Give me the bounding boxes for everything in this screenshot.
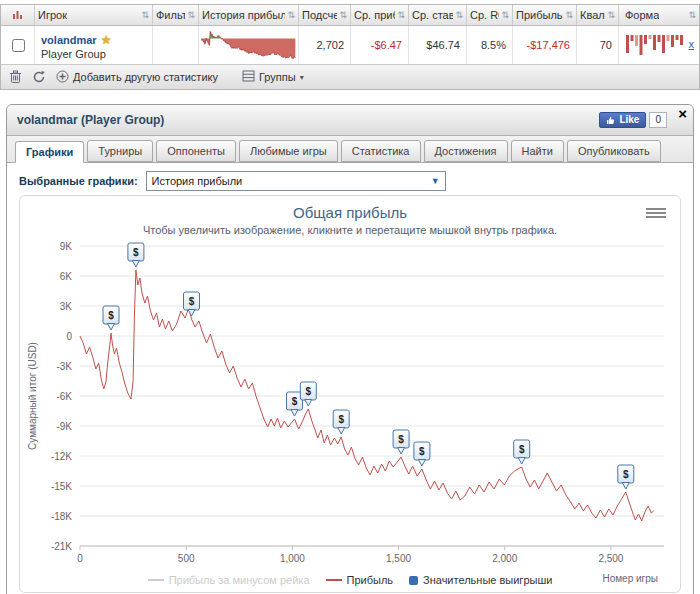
sort-icon: ⇅ bbox=[686, 10, 696, 20]
player-link[interactable]: volandmar bbox=[41, 34, 97, 46]
column-header-4[interactable]: Подсчет⇅ bbox=[299, 5, 351, 25]
count-cell: 2,702 bbox=[299, 26, 351, 64]
column-header-2[interactable]: Фильтр⇅ bbox=[153, 5, 199, 25]
tabs-bar: ГрафикиТурнирыОппонентыЛюбимые игрыСтати… bbox=[7, 136, 693, 163]
svg-text:1,500: 1,500 bbox=[386, 553, 411, 564]
column-header-6[interactable]: Ср. ставка⇅ bbox=[409, 5, 467, 25]
legend-item-3[interactable]: Значительные выигрыши bbox=[409, 574, 552, 586]
avg-roi-cell: 8.5% bbox=[467, 26, 513, 64]
page: Игрок⇅Фильтр⇅История прибыли⇅Подсчет⇅Ср.… bbox=[0, 4, 700, 594]
column-header-8[interactable]: Прибыль⇅ bbox=[513, 5, 577, 25]
svg-text:500: 500 bbox=[178, 553, 195, 564]
sort-icon: ⇅ bbox=[139, 10, 149, 20]
legend-item-1[interactable]: Прибыль за минусом рейка bbox=[148, 574, 310, 586]
svg-text:6K: 6K bbox=[60, 271, 73, 282]
tab-2[interactable]: Турниры bbox=[87, 140, 153, 162]
chart-menu-icon[interactable] bbox=[646, 206, 666, 220]
column-header-label: Ср. ROI bbox=[470, 9, 499, 21]
svg-text:$: $ bbox=[189, 296, 195, 307]
chart-select-label: Выбранные графики: bbox=[19, 175, 138, 187]
groups-label: Группы bbox=[259, 71, 296, 83]
column-header-9[interactable]: Квалиф⇅ bbox=[577, 5, 619, 25]
groups-icon bbox=[242, 70, 255, 84]
legend-line-swatch bbox=[326, 579, 342, 581]
panel-header: volandmar (Player Group) Like 0 bbox=[7, 105, 693, 136]
column-header-label: Прибыль bbox=[516, 9, 563, 21]
panel-content: Выбранные графики: История прибыли ▼ Общ… bbox=[7, 163, 693, 593]
tab-8[interactable]: Опубликовать bbox=[567, 140, 661, 162]
column-header-10[interactable]: Форма⇅ bbox=[619, 5, 699, 25]
caret-down-icon: ▾ bbox=[300, 73, 304, 82]
column-header-label: Ср. ставка bbox=[412, 9, 453, 21]
tab-3[interactable]: Оппоненты bbox=[156, 140, 236, 162]
close-icon[interactable]: × bbox=[678, 106, 687, 121]
svg-text:$: $ bbox=[133, 247, 139, 258]
sort-icon: ⇅ bbox=[605, 10, 615, 20]
legend-line-swatch bbox=[148, 579, 164, 581]
table-toolbar: Добавить другую статистику Группы ▾ bbox=[1, 64, 699, 89]
refresh-icon[interactable] bbox=[32, 70, 46, 84]
sort-icon: ⇅ bbox=[337, 10, 347, 20]
chart-footer: Прибыль за минусом рейкаПрибыльЗначитель… bbox=[24, 570, 676, 590]
like-count: 0 bbox=[649, 112, 667, 128]
table-header-row: Игрок⇅Фильтр⇅История прибыли⇅Подсчет⇅Ср.… bbox=[1, 5, 699, 26]
row-checkbox[interactable] bbox=[12, 39, 25, 52]
add-statistic-label: Добавить другую статистику bbox=[73, 71, 218, 83]
svg-text:0: 0 bbox=[77, 553, 83, 564]
svg-text:9K: 9K bbox=[60, 241, 73, 252]
profit-history-cell bbox=[199, 26, 299, 64]
star-icon: ★ bbox=[101, 34, 112, 46]
column-header-5[interactable]: Ср. прибыль⇅ bbox=[351, 5, 409, 25]
column-header-label: Квалиф bbox=[580, 9, 605, 21]
chart-subtitle: Чтобы увеличить изображение, кликните и … bbox=[24, 224, 676, 236]
tab-1[interactable]: Графики bbox=[15, 141, 84, 163]
column-header-label: Форма bbox=[625, 9, 659, 21]
panel-title: volandmar (Player Group) bbox=[17, 113, 164, 127]
svg-text:$: $ bbox=[419, 446, 425, 457]
chart-title: Общая прибыль bbox=[24, 204, 676, 221]
tab-5[interactable]: Статистика bbox=[341, 140, 421, 162]
column-header-7[interactable]: Ср. ROI⇅ bbox=[467, 5, 513, 25]
facebook-widget: Like 0 bbox=[599, 112, 667, 128]
player-panel: × volandmar (Player Group) Like 0 График… bbox=[6, 104, 694, 594]
add-icon bbox=[56, 70, 69, 85]
chart-container: Общая прибыль Чтобы увеличить изображени… bbox=[19, 195, 681, 593]
svg-text:$: $ bbox=[292, 396, 298, 407]
trash-icon[interactable] bbox=[9, 70, 22, 84]
chart-legend: Прибыль за минусом рейкаПрибыльЗначитель… bbox=[24, 570, 676, 590]
remove-player-link[interactable]: x bbox=[689, 38, 695, 50]
tab-7[interactable]: Найти bbox=[511, 140, 564, 162]
player-group-label: Player Group bbox=[41, 48, 111, 60]
tab-4[interactable]: Любимые игры bbox=[239, 140, 338, 162]
sort-icon: ⇅ bbox=[563, 10, 573, 20]
legend-item-label: Значительные выигрыши bbox=[423, 574, 552, 586]
column-header-label: Подсчет bbox=[302, 9, 337, 21]
filter-cell bbox=[153, 26, 199, 64]
legend-marker-swatch bbox=[409, 576, 418, 585]
legend-item-label: Прибыль за минусом рейка bbox=[169, 574, 310, 586]
profit-cell: -$17,476 bbox=[513, 26, 577, 64]
svg-text:-9K: -9K bbox=[56, 421, 72, 432]
svg-text:$: $ bbox=[306, 386, 312, 397]
sort-icon: ⇅ bbox=[185, 10, 195, 20]
player-stats-table: Игрок⇅Фильтр⇅История прибыли⇅Подсчет⇅Ср.… bbox=[0, 4, 700, 90]
legend-item-2[interactable]: Прибыль bbox=[326, 574, 394, 586]
form-cell: x bbox=[619, 26, 699, 64]
legend-item-label: Прибыль bbox=[347, 574, 394, 586]
form-bars-chart bbox=[625, 33, 685, 57]
sort-icon: ⇅ bbox=[499, 10, 509, 20]
profit-chart[interactable]: 9K6K3K0-3K-6K-9K-12K-15K-18K-21K05001,00… bbox=[24, 238, 680, 568]
svg-text:0: 0 bbox=[66, 331, 72, 342]
chart-select-row: Выбранные графики: История прибыли ▼ bbox=[19, 171, 681, 191]
column-header-1[interactable]: Игрок⇅ bbox=[35, 5, 153, 25]
facebook-like-button[interactable]: Like bbox=[599, 112, 646, 128]
column-header-label: Игрок bbox=[38, 9, 67, 21]
add-statistic-button[interactable]: Добавить другую статистику bbox=[56, 70, 218, 85]
tab-6[interactable]: Достижения bbox=[424, 140, 508, 162]
groups-button[interactable]: Группы ▾ bbox=[242, 70, 304, 84]
chart-type-value: История прибыли bbox=[152, 175, 243, 187]
column-header-3[interactable]: История прибыли⇅ bbox=[199, 5, 299, 25]
svg-text:-6K: -6K bbox=[56, 391, 72, 402]
avg-profit-cell: -$6.47 bbox=[351, 26, 409, 64]
chart-type-select[interactable]: История прибыли ▼ bbox=[146, 171, 446, 191]
